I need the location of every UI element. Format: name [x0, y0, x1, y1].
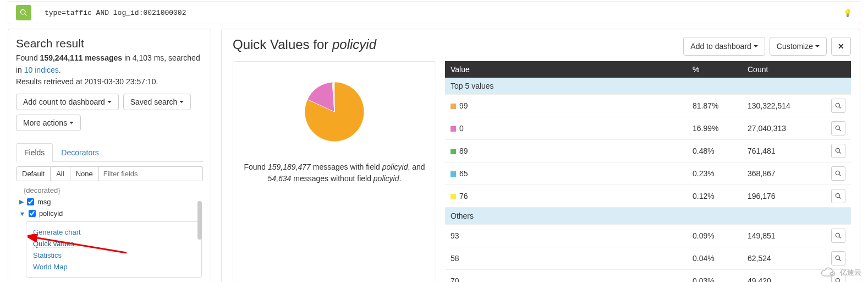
cap-pre: Found [244, 162, 268, 171]
pie-caption: Found 159,189,477 messages with field po… [239, 161, 430, 185]
row-search-button[interactable] [831, 229, 845, 243]
qv-add-dashboard-button[interactable]: Add to dashboard [683, 37, 765, 56]
caret-icon [754, 45, 758, 47]
sr-dot: . [59, 66, 61, 74]
search-result-indices: in 10 indices. [16, 64, 203, 77]
caret-icon [107, 101, 112, 103]
sr-found-prefix: Found [16, 53, 40, 62]
caret-icon [69, 122, 74, 124]
pie-chart-box: Found 159,189,477 messages with field po… [233, 61, 436, 282]
qv-title-field: policyid [332, 37, 376, 52]
quick-values-panel: Quick Values for policyid Add to dashboa… [221, 29, 860, 282]
action-quick-values[interactable]: Quick values [33, 238, 195, 250]
field-decorated-label: {decorated} [16, 185, 203, 196]
more-actions-label: More actions [23, 118, 67, 127]
section-row: Others [445, 208, 851, 225]
row-search-button[interactable] [831, 99, 845, 113]
chevron-right-icon: ▶ [19, 198, 24, 205]
qv-add-dash-label: Add to dashboard [690, 42, 751, 51]
search-query[interactable]: type=taffic AND log_id:0021000002 [45, 9, 186, 17]
row-search-button[interactable] [831, 144, 845, 158]
cap-f2: policyid [373, 174, 399, 183]
field-tabs: Fields Decorators [16, 143, 203, 162]
color-swatch [451, 194, 456, 199]
watermark-text: 亿速云 [840, 268, 861, 278]
row-search-button[interactable] [831, 166, 845, 181]
field-action-menu: Generate chart Quick values Statistics W… [26, 221, 202, 278]
add-count-dashboard-button[interactable]: Add count to dashboard [16, 94, 119, 110]
table-row: 890.48%761,481 [445, 140, 851, 162]
cap-with: 159,189,477 [268, 162, 311, 171]
hint-icon[interactable]: 💡 [843, 9, 852, 17]
field-msg-label: msg [37, 198, 51, 206]
table-row: 580.04%62,524 [445, 247, 851, 270]
search-result-summary: Found 159,244,111 messages in 4,103 ms, … [16, 52, 203, 64]
saved-search-label: Saved search [130, 97, 178, 106]
qv-table: Value % Count Top 5 values9981.87%130,32… [445, 61, 851, 282]
cap-and: , and [408, 162, 425, 171]
action-world-map[interactable]: World Map [33, 261, 195, 273]
search-button[interactable] [16, 5, 31, 20]
qv-title-prefix: Quick Values for [233, 37, 332, 52]
cap-f1: policyid [382, 162, 408, 171]
qv-customize-button[interactable]: Customize [770, 37, 827, 56]
search-result-panel: Search result Found 159,244,111 messages… [8, 29, 211, 282]
indices-link[interactable]: 10 indices [24, 66, 59, 74]
section-row: Top 5 values [445, 78, 851, 95]
more-actions-button[interactable]: More actions [16, 115, 81, 131]
watermark: 亿速云 [818, 267, 861, 279]
table-row: 700.03%49,420 [445, 270, 851, 283]
search-result-title: Search result [16, 37, 203, 50]
saved-search-button[interactable]: Saved search [123, 94, 191, 110]
qv-customize-label: Customize [777, 42, 813, 51]
field-policyid-checkbox[interactable] [29, 210, 36, 217]
sr-count: 159,244,111 messages [40, 53, 122, 62]
chevron-down-icon: ▼ [19, 210, 25, 217]
field-msg-checkbox[interactable] [27, 198, 34, 205]
th-pct[interactable]: % [687, 61, 742, 78]
field-filter-row: Default All None [16, 166, 203, 181]
color-swatch [451, 104, 456, 109]
table-row: 760.12%196,176 [445, 185, 851, 208]
cap-wo: 54,634 [268, 174, 292, 183]
pie-chart [293, 70, 376, 153]
cap-mid: messages with field [311, 162, 382, 171]
search-icon [20, 9, 28, 17]
table-row: 930.09%149,851 [445, 225, 851, 247]
tab-fields[interactable]: Fields [16, 143, 53, 162]
th-value[interactable]: Value [445, 61, 687, 78]
filter-fields-input[interactable] [99, 166, 203, 181]
search-result-retrieved: Results retrieved at 2019-03-30 23:57:10… [16, 76, 203, 88]
sr-ms: in 4,103 ms, searched [122, 53, 200, 62]
qv-table-box: Value % Count Top 5 values9981.87%130,32… [445, 61, 851, 282]
row-search-button[interactable] [831, 121, 845, 135]
filter-none[interactable]: None [70, 166, 99, 181]
table-row: 016.99%27,040,313 [445, 117, 851, 140]
quick-values-title: Quick Values for policyid [233, 37, 376, 52]
row-search-button[interactable] [831, 189, 845, 203]
tab-decorators[interactable]: Decorators [53, 143, 107, 162]
table-row: 9981.87%130,322,514 [445, 95, 851, 117]
field-list: {decorated} ▶msg ▼policyid Generate char… [16, 185, 203, 282]
table-row: 650.23%368,867 [445, 162, 851, 185]
field-msg[interactable]: ▶msg [16, 196, 203, 208]
sr-in: in [16, 66, 24, 74]
add-count-label: Add count to dashboard [23, 97, 105, 106]
qv-close-button[interactable]: ✕ [831, 37, 851, 56]
field-policyid-label: policyid [39, 209, 63, 218]
field-policyid[interactable]: ▼policyid [16, 208, 203, 219]
action-generate-chart[interactable]: Generate chart [33, 226, 195, 238]
th-count[interactable]: Count [742, 61, 826, 78]
cloud-icon [818, 267, 838, 279]
action-statistics[interactable]: Statistics [33, 250, 195, 261]
color-swatch [451, 149, 456, 154]
caret-icon [815, 45, 820, 47]
row-search-button[interactable] [831, 251, 845, 265]
filter-default[interactable]: Default [16, 166, 51, 181]
search-bar: type=taffic AND log_id:0021000002 💡 [8, 1, 860, 24]
scrollbar[interactable] [197, 201, 202, 240]
filter-all[interactable]: All [51, 166, 70, 181]
cap-mid2: messages without field [291, 174, 373, 183]
th-search [826, 61, 851, 78]
color-swatch [451, 126, 456, 132]
